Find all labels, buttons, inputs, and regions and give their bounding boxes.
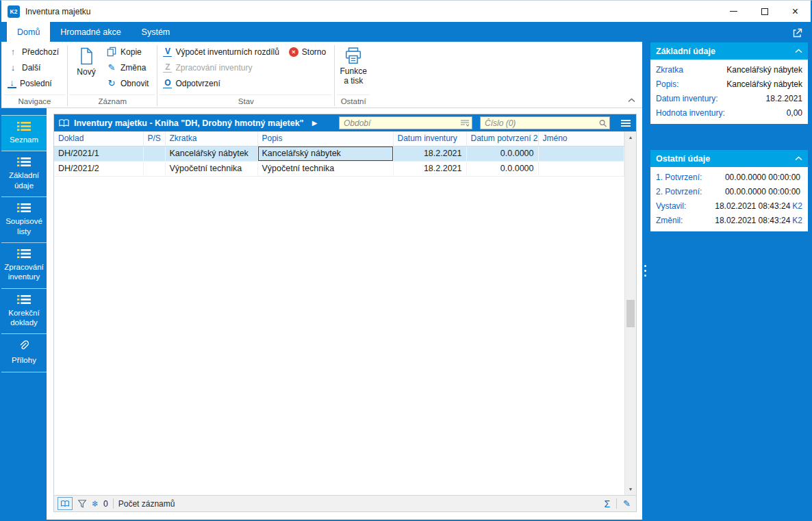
list-icon xyxy=(17,203,31,213)
field-popis: Popis: Kancelářský nábytek xyxy=(650,77,808,91)
scrollbar-thumb[interactable] xyxy=(626,300,635,327)
sidebar-item-zpracovani-inventury[interactable]: Zpracování inventury xyxy=(1,243,47,289)
ribbon: ↑ Předchozí ↓ Další ↓ Poslední Navigace xyxy=(1,42,642,108)
scrollbar-track[interactable] xyxy=(625,143,636,483)
refresh-icon: ↻ xyxy=(106,78,117,88)
tab-hromadne-akce[interactable]: Hromadné akce xyxy=(50,22,131,42)
search-icon[interactable] xyxy=(598,118,607,127)
ribbon-collapse-button[interactable] xyxy=(628,98,635,103)
table-row[interactable]: DH/2021/2 Výpočetní technika Výpočetní t… xyxy=(54,161,624,176)
panel-gap xyxy=(650,124,808,150)
column-header[interactable]: P/S xyxy=(143,131,165,146)
functions-print-button[interactable]: Funkce a tisk xyxy=(337,44,370,93)
popout-icon[interactable] xyxy=(793,28,802,38)
next-button[interactable]: ↓ Další xyxy=(4,60,65,75)
table-row[interactable]: DH/2021/1 Kancelářský nábytek Kancelářsk… xyxy=(54,146,624,161)
field-value: 00.00.0000 00:00:00 xyxy=(725,187,802,196)
grid-title: Inventury majetku - Kniha "DH, Drobný hm… xyxy=(74,118,304,128)
chevron-up-icon[interactable] xyxy=(795,156,802,161)
storno-button[interactable]: × Storno xyxy=(286,44,332,60)
copy-button[interactable]: Kopie xyxy=(103,44,155,60)
column-header[interactable]: Datum potvrzení 2 xyxy=(466,131,538,146)
book-view-toggle[interactable] xyxy=(58,497,73,510)
tab-domu[interactable]: Domů xyxy=(7,22,50,42)
window-controls: × xyxy=(718,1,811,22)
chevron-up-icon[interactable] xyxy=(795,49,802,53)
sum-icon[interactable]: Σ xyxy=(604,498,610,509)
sidebar-item-seznam[interactable]: Seznam xyxy=(1,115,47,151)
column-header[interactable]: Doklad xyxy=(54,131,143,146)
column-header[interactable]: Datum inventury xyxy=(393,131,466,146)
field-datum-inventury: Datum inventury: 18.2.2021 xyxy=(650,91,808,105)
new-document-icon xyxy=(78,47,94,65)
refresh-button[interactable]: ↻ Obnovit xyxy=(103,75,155,91)
cell-doklad[interactable]: DH/2021/2 xyxy=(54,161,143,176)
sidebar-item-korekcni-doklady[interactable]: Korekční doklady xyxy=(1,289,47,335)
paperclip-icon xyxy=(18,340,30,352)
section-header-ostatni-udaje[interactable]: Ostatní údaje xyxy=(650,150,808,167)
main-area: Inventury majetku - Kniha "DH, Drobný hm… xyxy=(47,108,642,520)
field-value: 18.02.2021 08:43:24K2 xyxy=(715,201,802,211)
functions-print-label: Funkce a tisk xyxy=(337,66,370,86)
arrow-down-to-bar-icon: ↓ xyxy=(8,78,16,88)
period-picker-icon[interactable] xyxy=(460,119,470,127)
cell-popis[interactable]: Výpočetní technika xyxy=(257,161,393,176)
maximize-button[interactable] xyxy=(749,1,780,22)
last-button[interactable]: ↓ Poslední xyxy=(4,75,65,91)
period-field-wrap xyxy=(339,116,472,129)
filter-icon[interactable] xyxy=(77,499,87,509)
cell-jmeno[interactable] xyxy=(538,161,624,176)
run-filter-button[interactable]: ▶ xyxy=(308,119,322,127)
inventory-differences-button[interactable]: V Výpočet inventurních rozdílů xyxy=(160,44,285,60)
cell-popis-focused[interactable]: Kancelářský nábytek xyxy=(257,146,393,161)
cell-ps[interactable] xyxy=(143,161,165,176)
ribbon-group-navigace: ↑ Předchozí ↓ Další ↓ Poslední Navigace xyxy=(4,44,65,107)
minimize-button[interactable] xyxy=(718,1,749,22)
user-badge: K2 xyxy=(792,216,802,225)
previous-button[interactable]: ↑ Předchozí xyxy=(4,44,65,60)
maximize-icon xyxy=(761,8,768,15)
refresh-label: Obnovit xyxy=(120,79,149,88)
sidebar-item-label: Seznam xyxy=(10,135,38,144)
change-button[interactable]: ✎ Změna xyxy=(103,60,155,75)
grid-menu-button[interactable] xyxy=(617,114,635,131)
sidebar-item-zakladni-udaje[interactable]: Základní údaje xyxy=(1,151,47,197)
section-basic-fields: Zkratka Kancelářský nábytek Popis: Kance… xyxy=(650,60,808,124)
number-search-input[interactable] xyxy=(480,116,610,129)
cell-zkratka[interactable]: Výpočetní technika xyxy=(165,161,257,176)
cell-jmeno[interactable] xyxy=(538,146,624,161)
sidebar-item-prilohy[interactable]: Přílohy xyxy=(1,334,47,372)
field-label: Vystavil: xyxy=(656,201,686,211)
letter-z-icon: Z xyxy=(163,62,172,73)
section-header-zakladni-udaje[interactable]: Základní údaje xyxy=(650,42,808,60)
period-input[interactable] xyxy=(339,116,472,129)
ribbon-separator xyxy=(157,45,157,106)
last-label: Poslední xyxy=(20,79,52,88)
cell-zkratka[interactable]: Kancelářský nábytek xyxy=(165,146,257,161)
cell-datum-potvrzeni[interactable]: 0.0.0000 xyxy=(466,161,538,176)
snowflake-icon[interactable]: ❄ xyxy=(92,499,99,509)
panel-splitter-handle[interactable] xyxy=(644,265,646,277)
column-header[interactable]: Jméno xyxy=(538,131,624,146)
cell-datum-potvrzeni[interactable]: 0.0.0000 xyxy=(466,146,538,161)
scroll-down-icon[interactable]: ▼ xyxy=(625,483,636,495)
column-header[interactable]: Popis xyxy=(257,131,393,146)
new-button[interactable]: Nový xyxy=(70,44,103,93)
cell-ps[interactable] xyxy=(143,146,165,161)
column-header[interactable]: Zkratka xyxy=(165,131,257,146)
unconfirm-button[interactable]: O Odpotvrzení xyxy=(160,75,332,91)
cell-datum-inventury[interactable]: 18.2.2021 xyxy=(393,161,466,176)
sidebar-item-soupisove-listy[interactable]: Soupisové listy xyxy=(1,197,47,243)
scroll-up-icon[interactable]: ▲ xyxy=(625,131,636,143)
cell-datum-inventury[interactable]: 18.2.2021 xyxy=(393,146,466,161)
user-badge: K2 xyxy=(792,201,802,211)
close-icon: × xyxy=(792,5,798,18)
tab-system[interactable]: Systém xyxy=(131,22,181,42)
cell-doklad[interactable]: DH/2021/1 xyxy=(54,146,143,161)
flag-count: 0 xyxy=(103,499,108,509)
close-button[interactable]: × xyxy=(780,1,811,22)
sidebar-item-label: Zpracování inventury xyxy=(3,262,45,282)
edit-icon[interactable]: ✎ xyxy=(623,498,631,509)
sidebar-item-label: Korekční doklady xyxy=(3,308,45,328)
vertical-scrollbar[interactable]: ▲ ▼ xyxy=(624,131,636,495)
